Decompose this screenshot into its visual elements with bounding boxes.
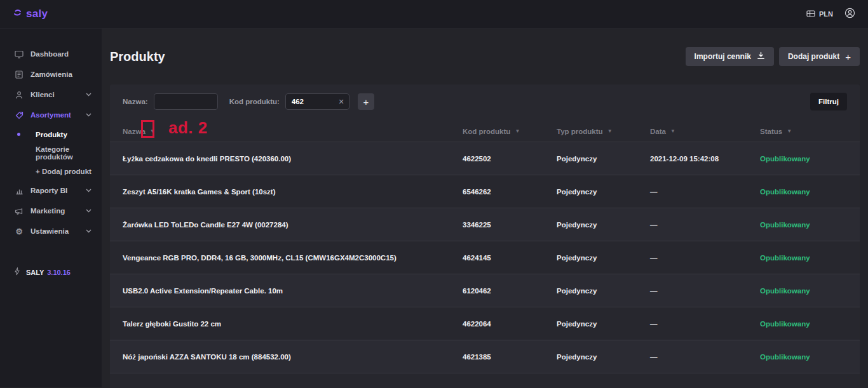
- sidebar-subitem-kategorie-produktow[interactable]: Kategorie produktów: [0, 144, 102, 162]
- sidebar-item-label: Zamówienia: [31, 70, 72, 78]
- sidebar-subitem-label: + Dodaj produkt: [36, 168, 92, 175]
- table-row[interactable]: Zeszyt A5/16K kratka Games & Sport (10sz…: [110, 175, 860, 208]
- products-panel: Nazwa: Kod produktu: ✕ + Filtruj Nazwa ▼…: [110, 84, 860, 388]
- app-version: SALY 3.10.16: [14, 267, 71, 277]
- download-icon: [757, 51, 765, 62]
- sidebar-item-ustawienia[interactable]: ⚙ Ustawienia: [0, 221, 102, 241]
- product-name-cell: Talerz głęboki Gustito 22 cm: [123, 320, 463, 328]
- sidebar-item-zamowienia[interactable]: Zamówienia: [0, 64, 102, 84]
- product-date-cell: —: [650, 188, 760, 196]
- product-date-cell: —: [650, 287, 760, 295]
- sidebar-subitem-label: Produkty: [36, 131, 67, 138]
- column-header-data[interactable]: Data ▼: [650, 128, 760, 135]
- sidebar-item-label: Raporty BI: [31, 187, 67, 194]
- chevron-down-icon: [86, 189, 92, 192]
- sidebar-item-label: Asortyment: [31, 111, 71, 119]
- product-type-cell: Pojedynczy: [557, 155, 650, 163]
- reports-chart-icon: [14, 187, 24, 195]
- account-button[interactable]: [844, 8, 855, 21]
- product-code-cell: 6120462: [463, 287, 557, 295]
- import-button-label: Importuj cennik: [695, 52, 751, 61]
- megaphone-icon: [14, 207, 24, 215]
- sort-arrow-icon: ▼: [150, 129, 155, 134]
- sort-arrow-icon: ▼: [515, 129, 520, 134]
- product-code-cell: 4622064: [463, 320, 557, 328]
- product-name-cell: Łyżka cedzakowa do knedli PRESTO (420360…: [123, 155, 463, 163]
- filter-bar: Nazwa: Kod produktu: ✕ + Filtruj: [123, 93, 847, 110]
- table-row[interactable]: Vengeance RGB PRO, DDR4, 16 GB, 3000MHz,…: [110, 241, 860, 274]
- page-title: Produkty: [110, 50, 165, 64]
- code-filter-label: Kod produktu:: [229, 98, 280, 105]
- sidebar-item-label: Dashboard: [31, 50, 69, 58]
- saly-logo-text: saly: [26, 8, 48, 20]
- column-label: Kod produktu: [463, 128, 510, 135]
- product-date-cell: 2021-12-09 15:42:08: [650, 155, 760, 163]
- product-status-cell: Opublikowany: [760, 221, 847, 229]
- saly-logo[interactable]: saly: [13, 8, 48, 21]
- sidebar-subitem-label: Kategorie produktów: [36, 145, 102, 161]
- dashboard-icon: [14, 50, 24, 58]
- sidebar-subitem-dodaj-produkt[interactable]: + Dodaj produkt: [0, 162, 102, 180]
- name-filter-input[interactable]: [154, 93, 218, 110]
- sidebar-item-asortyment[interactable]: Asortyment: [0, 105, 102, 125]
- table-row[interactable]: Łyżka cedzakowa do knedli PRESTO (420360…: [110, 142, 860, 175]
- chevron-down-icon: [86, 209, 92, 213]
- clear-filter-icon[interactable]: ✕: [339, 98, 344, 105]
- product-type-cell: Pojedynczy: [557, 287, 650, 295]
- table-row[interactable]: Żarówka LED ToLEDo Candle E27 4W (002728…: [110, 208, 860, 241]
- add-button-label: Dodaj produkt: [788, 52, 839, 61]
- sort-arrow-icon: ▼: [787, 129, 792, 134]
- table-row[interactable]: USB2.0 Active Extension/Repeater Cable. …: [110, 274, 860, 307]
- add-filter-button[interactable]: +: [358, 93, 374, 110]
- gear-icon: ⚙: [14, 227, 24, 236]
- sidebar-item-raporty-bi[interactable]: Raporty BI: [0, 180, 102, 201]
- sidebar-item-label: Klienci: [31, 91, 55, 98]
- table-body: Łyżka cedzakowa do knedli PRESTO (420360…: [123, 142, 847, 373]
- sidebar-item-klienci[interactable]: Klienci: [0, 84, 102, 105]
- column-header-status[interactable]: Status ▼: [760, 128, 847, 135]
- sidebar-item-label: Marketing: [31, 207, 65, 215]
- column-label: Typ produktu: [557, 128, 603, 135]
- product-status-cell: Opublikowany: [760, 353, 847, 361]
- name-filter-label: Nazwa:: [123, 98, 148, 105]
- product-code-cell: 6546262: [463, 188, 557, 196]
- column-header-nazwa[interactable]: Nazwa ▼: [123, 128, 463, 135]
- orders-icon: [14, 70, 24, 79]
- product-status-cell: Opublikowany: [760, 287, 847, 295]
- product-code-cell: 4621385: [463, 353, 557, 361]
- main-content: Produkty Importuj cennik Dodaj produkt +: [102, 29, 868, 387]
- currency-label: PLN: [819, 10, 833, 18]
- version-bolt-icon: [14, 267, 20, 277]
- filter-button[interactable]: Filtruj: [810, 93, 847, 110]
- product-type-cell: Pojedynczy: [557, 221, 650, 229]
- topbar: saly PLN: [0, 0, 868, 29]
- table-row[interactable]: Talerz głęboki Gustito 22 cm 4622064 Poj…: [110, 307, 860, 340]
- currency-selector[interactable]: PLN: [806, 10, 833, 18]
- column-label: Status: [760, 128, 782, 135]
- product-date-cell: —: [650, 221, 760, 229]
- product-type-cell: Pojedynczy: [557, 188, 650, 196]
- table-row[interactable]: Nóż japoński AZZA SANTOKU 18 cm (884532.…: [110, 340, 860, 373]
- user-icon: [844, 8, 855, 21]
- sort-arrow-icon: ▼: [607, 129, 613, 134]
- column-header-kod-produktu[interactable]: Kod produktu ▼: [463, 128, 557, 135]
- sidebar-subitem-produkty[interactable]: Produkty: [0, 125, 102, 144]
- product-name-cell: Vengeance RGB PRO, DDR4, 16 GB, 3000MHz,…: [123, 254, 463, 262]
- sidebar-item-dashboard[interactable]: Dashboard: [0, 44, 102, 64]
- product-status-cell: Opublikowany: [760, 188, 847, 196]
- add-product-button[interactable]: Dodaj produkt +: [779, 47, 860, 66]
- product-name-cell: Nóż japoński AZZA SANTOKU 18 cm (884532.…: [123, 353, 463, 361]
- assortment-tag-icon: [14, 111, 24, 119]
- product-code-cell: 3346225: [463, 221, 557, 229]
- sidebar-item-marketing[interactable]: Marketing: [0, 201, 102, 221]
- product-date-cell: —: [650, 254, 760, 262]
- import-pricelist-button[interactable]: Importuj cennik: [686, 47, 774, 66]
- app-name: SALY: [26, 269, 44, 276]
- column-label: Nazwa: [123, 128, 146, 135]
- product-code-cell: 4622502: [463, 155, 557, 163]
- table-header: Nazwa ▼ Kod produktu ▼ Typ produktu ▼ Da…: [110, 121, 860, 142]
- product-type-cell: Pojedynczy: [557, 353, 650, 361]
- product-status-cell: Opublikowany: [760, 254, 847, 262]
- product-type-cell: Pojedynczy: [557, 320, 650, 328]
- column-header-typ-produktu[interactable]: Typ produktu ▼: [557, 128, 650, 135]
